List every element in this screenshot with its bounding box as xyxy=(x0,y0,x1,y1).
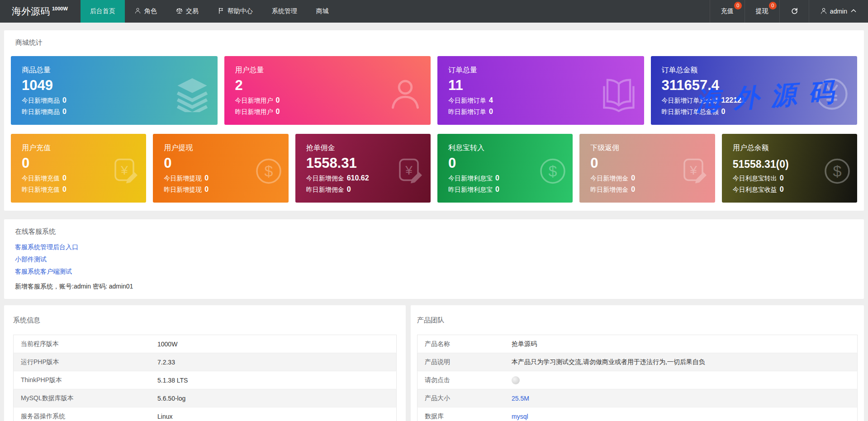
product-team-table: 产品名称 抢单源码 产品说明 本产品只为学习测试交流,请勿做商业或者用于违法行为… xyxy=(417,335,858,421)
line-value: 0 xyxy=(631,174,635,182)
line-label: 昨日新增利息宝 xyxy=(448,186,493,193)
line-value: 0 xyxy=(62,108,66,115)
line-label: 今日利息宝转出 xyxy=(733,175,777,182)
table-row: ThinkPHP版本 5.1.38 LTS xyxy=(14,371,397,389)
table-row: 产品名称 抢单源码 xyxy=(417,335,858,353)
line-value: 0 xyxy=(631,185,635,193)
recharge-button[interactable]: 充值 0 xyxy=(710,0,745,23)
widget-test-link[interactable]: 小部件测试 xyxy=(15,255,47,264)
user-dropdown[interactable]: admin xyxy=(809,0,868,23)
stat-card-order-amount: 订单总金额 311657.4 今日新增订单总金额122121 昨日新增订单总金额… xyxy=(651,56,858,125)
main-content: 商城统计 海外源码 商品总量 1049 今日新增商品0 昨日新增商品0 用户总量… xyxy=(0,23,868,421)
client-test-link[interactable]: 客服系统客户端测试 xyxy=(15,268,72,276)
stats-panel: 商城统计 海外源码 商品总量 1049 今日新增商品0 昨日新增商品0 用户总量… xyxy=(4,30,864,211)
recharge-label: 充值 xyxy=(721,7,734,15)
line-value: 0 xyxy=(495,185,499,193)
system-info-title: 系统信息 xyxy=(13,316,397,325)
card-title: 商品总量 xyxy=(22,66,207,75)
row-value: 5.6.50-log xyxy=(150,389,397,407)
table-row: 当前程序版本 1000W xyxy=(14,335,397,353)
dollar-circle-icon xyxy=(823,156,852,185)
row-label: MySQL数据库版本 xyxy=(14,389,151,407)
row-label: 产品名称 xyxy=(417,335,505,353)
withdraw-label: 提现 xyxy=(756,7,768,15)
product-team-title: 产品团队 xyxy=(417,316,858,325)
withdraw-button[interactable]: 提现 0 xyxy=(745,0,779,23)
card-line-yesterday: 昨日新增佣金0 xyxy=(590,185,704,194)
stat-card-user-recharge: 用户充值 0 今日新增充值0 昨日新增充值0 xyxy=(11,134,146,203)
table-row: MySQL数据库版本 5.6.50-log xyxy=(14,389,397,407)
line-label: 今日新增订单 xyxy=(448,97,486,104)
menu-item-label: 后台首页 xyxy=(90,7,115,15)
gray-circle-icon[interactable] xyxy=(512,376,520,384)
refresh-icon xyxy=(791,7,798,16)
person-icon xyxy=(387,76,423,112)
line-label: 今日新增利息宝 xyxy=(448,175,493,182)
line-value: 0 xyxy=(204,185,209,193)
line-value: 0 xyxy=(721,108,726,115)
line-value: 0 xyxy=(62,174,66,182)
stat-card-user-withdraw: 用户提现 0 今日新增提现0 昨日新增提现0 xyxy=(153,134,288,203)
service-note: 新增客服系统，账号:admin 密码: admin01 xyxy=(15,283,853,291)
system-info-panel: 系统信息 当前程序版本 1000W 运行PHP版本 7.2.33 ThinkPH… xyxy=(4,305,406,421)
dashboard-page: 海外源码 1000W 后台首页 角色 交易 帮助中心 系统管理 xyxy=(0,0,868,421)
menu-item-roles[interactable]: 角色 xyxy=(125,0,166,23)
refresh-button[interactable] xyxy=(779,0,809,23)
card-title: 订单总金额 xyxy=(662,66,847,75)
scales-icon xyxy=(176,7,183,15)
chevron-up-icon xyxy=(850,7,857,16)
recharge-badge: 0 xyxy=(734,2,742,9)
book-icon xyxy=(601,76,637,112)
app-logo-text: 海外源码 xyxy=(12,5,50,18)
line-value: 0 xyxy=(62,185,66,193)
line-label: 昨日新增充值 xyxy=(22,186,60,193)
row-value: 5.1.38 LTS xyxy=(150,371,397,389)
navbar-right: 充值 0 提现 0 admin xyxy=(710,0,868,23)
user-icon xyxy=(134,7,141,15)
line-label: 今日新增商品 xyxy=(22,97,60,104)
database-link[interactable]: mysql xyxy=(504,407,858,421)
row-value: 本产品只为学习测试交流,请勿做商业或者用于违法行为,一切后果自负 xyxy=(504,353,858,371)
menu-item-help-center[interactable]: 帮助中心 xyxy=(208,0,262,23)
service-admin-link[interactable]: 客服系统管理后台入口 xyxy=(15,243,78,251)
menu-item-system-mgmt[interactable]: 系统管理 xyxy=(262,0,307,23)
menu-item-trade[interactable]: 交易 xyxy=(166,0,208,23)
line-value: 0 xyxy=(780,174,784,182)
service-links: 客服系统管理后台入口 小部件测试 客服系统客户端测试 xyxy=(15,243,853,276)
line-value: 0 xyxy=(347,185,351,193)
menu-item-label: 角色 xyxy=(144,7,157,15)
line-value: 0 xyxy=(62,96,66,104)
product-team-panel: 产品团队 产品名称 抢单源码 产品说明 本产品只为学习测试交流,请勿做商业或者用… xyxy=(411,305,864,421)
stats-row-2: 用户充值 0 今日新增充值0 昨日新增充值0 用户提现 0 今日新增提现0 昨日… xyxy=(11,134,857,203)
service-title: 在线客服系统 xyxy=(15,227,853,236)
flag-icon xyxy=(218,7,224,15)
withdraw-badge: 0 xyxy=(769,2,777,9)
money-edit-icon xyxy=(396,156,425,185)
row-label: 运行PHP版本 xyxy=(14,353,151,371)
row-value: 1000W xyxy=(150,335,397,353)
card-title: 订单总量 xyxy=(448,66,633,75)
line-label: 今日新增提现 xyxy=(164,175,202,182)
card-title: 下级返佣 xyxy=(590,143,704,153)
card-title: 用户充值 xyxy=(22,143,135,153)
product-size-link[interactable]: 25.5M xyxy=(504,389,858,407)
card-title: 用户总量 xyxy=(235,66,420,75)
card-line-yesterday: 昨日新增利息宝0 xyxy=(448,185,562,194)
card-title: 利息宝转入 xyxy=(448,143,562,153)
menu-item-mall[interactable]: 商城 xyxy=(307,0,338,23)
table-row: 产品说明 本产品只为学习测试交流,请勿做商业或者用于违法行为,一切后果自负 xyxy=(417,353,858,371)
line-label: 今日新增充值 xyxy=(22,175,60,182)
line-label: 今日新增用户 xyxy=(235,97,273,104)
yen-circle-icon xyxy=(814,76,850,112)
menu-item-home[interactable]: 后台首页 xyxy=(81,0,125,23)
stat-card-users-total: 用户总量 2 今日新增用户0 昨日新增用户0 xyxy=(224,56,431,125)
row-label: 服务器操作系统 xyxy=(14,407,151,421)
main-menu: 后台首页 角色 交易 帮助中心 系统管理 商城 xyxy=(81,0,338,23)
line-label: 昨日新增用户 xyxy=(235,108,273,115)
dollar-circle-icon xyxy=(254,156,283,185)
customer-service-panel: 在线客服系统 客服系统管理后台入口 小部件测试 客服系统客户端测试 新增客服系统… xyxy=(4,219,864,299)
table-row: 服务器操作系统 Linux xyxy=(14,407,397,421)
row-label: ThinkPHP版本 xyxy=(14,371,151,389)
menu-item-label: 交易 xyxy=(186,7,199,15)
stat-card-interest-in: 利息宝转入 0 今日新增利息宝0 昨日新增利息宝0 xyxy=(437,134,573,203)
